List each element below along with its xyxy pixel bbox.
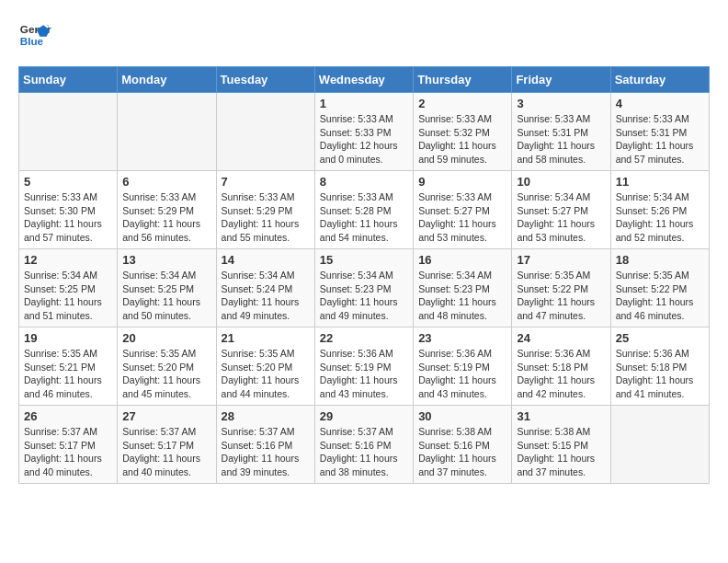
day-info: Sunrise: 5:33 AM Sunset: 5:27 PM Dayligh… [418, 190, 506, 245]
day-info: Sunrise: 5:34 AM Sunset: 5:26 PM Dayligh… [616, 190, 704, 245]
day-number: 25 [616, 331, 704, 345]
day-cell: 26Sunrise: 5:37 AM Sunset: 5:17 PM Dayli… [19, 406, 118, 484]
day-info: Sunrise: 5:33 AM Sunset: 5:29 PM Dayligh… [122, 190, 210, 245]
logo-icon: General Blue [18, 18, 51, 52]
day-info: Sunrise: 5:33 AM Sunset: 5:28 PM Dayligh… [320, 190, 408, 245]
week-row-3: 12Sunrise: 5:34 AM Sunset: 5:25 PM Dayli… [19, 249, 710, 327]
day-number: 9 [418, 175, 506, 189]
day-cell: 1Sunrise: 5:33 AM Sunset: 5:33 PM Daylig… [314, 93, 413, 171]
day-cell: 6Sunrise: 5:33 AM Sunset: 5:29 PM Daylig… [118, 171, 216, 249]
day-info: Sunrise: 5:35 AM Sunset: 5:21 PM Dayligh… [24, 347, 112, 401]
header-cell-friday: Friday [512, 67, 610, 93]
calendar-body: 1Sunrise: 5:33 AM Sunset: 5:33 PM Daylig… [19, 93, 710, 484]
day-cell: 8Sunrise: 5:33 AM Sunset: 5:28 PM Daylig… [314, 171, 413, 249]
day-cell: 29Sunrise: 5:37 AM Sunset: 5:16 PM Dayli… [314, 406, 413, 484]
day-info: Sunrise: 5:37 AM Sunset: 5:16 PM Dayligh… [222, 425, 310, 479]
day-info: Sunrise: 5:37 AM Sunset: 5:17 PM Dayligh… [24, 425, 112, 479]
day-cell [19, 93, 118, 171]
header-row: SundayMondayTuesdayWednesdayThursdayFrid… [19, 67, 710, 93]
day-number: 13 [122, 253, 210, 267]
day-cell: 3Sunrise: 5:33 AM Sunset: 5:31 PM Daylig… [512, 93, 610, 171]
day-number: 29 [320, 409, 408, 423]
day-info: Sunrise: 5:33 AM Sunset: 5:33 PM Dayligh… [320, 112, 408, 167]
day-number: 11 [616, 175, 704, 189]
day-info: Sunrise: 5:38 AM Sunset: 5:16 PM Dayligh… [418, 425, 506, 479]
day-cell: 15Sunrise: 5:34 AM Sunset: 5:23 PM Dayli… [314, 249, 413, 327]
day-cell: 21Sunrise: 5:35 AM Sunset: 5:20 PM Dayli… [216, 327, 314, 406]
day-number: 7 [222, 175, 310, 189]
header-cell-thursday: Thursday [414, 67, 512, 93]
day-cell: 7Sunrise: 5:33 AM Sunset: 5:29 PM Daylig… [216, 171, 314, 249]
week-row-5: 26Sunrise: 5:37 AM Sunset: 5:17 PM Dayli… [19, 406, 710, 484]
day-cell: 19Sunrise: 5:35 AM Sunset: 5:21 PM Dayli… [19, 327, 118, 406]
day-number: 14 [222, 253, 310, 267]
day-cell: 9Sunrise: 5:33 AM Sunset: 5:27 PM Daylig… [414, 171, 512, 249]
day-cell: 20Sunrise: 5:35 AM Sunset: 5:20 PM Dayli… [118, 327, 216, 406]
day-number: 24 [517, 331, 605, 345]
day-number: 23 [418, 331, 506, 345]
day-cell: 2Sunrise: 5:33 AM Sunset: 5:32 PM Daylig… [414, 93, 512, 171]
day-cell [118, 93, 216, 171]
day-number: 16 [418, 253, 506, 267]
day-cell [610, 406, 709, 484]
calendar-header: SundayMondayTuesdayWednesdayThursdayFrid… [19, 67, 710, 93]
day-cell [216, 93, 314, 171]
day-info: Sunrise: 5:34 AM Sunset: 5:23 PM Dayligh… [320, 269, 408, 323]
header-cell-sunday: Sunday [19, 67, 118, 93]
day-cell: 31Sunrise: 5:38 AM Sunset: 5:15 PM Dayli… [512, 406, 610, 484]
day-info: Sunrise: 5:33 AM Sunset: 5:32 PM Dayligh… [418, 112, 506, 167]
day-info: Sunrise: 5:35 AM Sunset: 5:20 PM Dayligh… [122, 347, 210, 401]
header-cell-wednesday: Wednesday [314, 67, 413, 93]
day-info: Sunrise: 5:38 AM Sunset: 5:15 PM Dayligh… [517, 425, 605, 479]
day-info: Sunrise: 5:33 AM Sunset: 5:31 PM Dayligh… [517, 112, 605, 167]
day-cell: 30Sunrise: 5:38 AM Sunset: 5:16 PM Dayli… [414, 406, 512, 484]
day-number: 20 [122, 331, 210, 345]
day-info: Sunrise: 5:35 AM Sunset: 5:22 PM Dayligh… [616, 269, 704, 323]
day-number: 8 [320, 175, 408, 189]
week-row-2: 5Sunrise: 5:33 AM Sunset: 5:30 PM Daylig… [19, 171, 710, 249]
day-info: Sunrise: 5:34 AM Sunset: 5:25 PM Dayligh… [122, 269, 210, 323]
day-number: 6 [122, 175, 210, 189]
day-cell: 25Sunrise: 5:36 AM Sunset: 5:18 PM Dayli… [610, 327, 709, 406]
page-header: General Blue [18, 18, 710, 52]
day-info: Sunrise: 5:34 AM Sunset: 5:27 PM Dayligh… [517, 190, 605, 245]
logo: General Blue [18, 18, 51, 52]
day-cell: 12Sunrise: 5:34 AM Sunset: 5:25 PM Dayli… [19, 249, 118, 327]
day-number: 15 [320, 253, 408, 267]
day-info: Sunrise: 5:34 AM Sunset: 5:24 PM Dayligh… [222, 269, 310, 323]
day-cell: 4Sunrise: 5:33 AM Sunset: 5:31 PM Daylig… [610, 93, 709, 171]
day-number: 17 [517, 253, 605, 267]
day-number: 28 [222, 409, 310, 423]
day-info: Sunrise: 5:36 AM Sunset: 5:18 PM Dayligh… [616, 347, 704, 401]
week-row-1: 1Sunrise: 5:33 AM Sunset: 5:33 PM Daylig… [19, 93, 710, 171]
day-info: Sunrise: 5:37 AM Sunset: 5:17 PM Dayligh… [122, 425, 210, 479]
day-number: 30 [418, 409, 506, 423]
day-info: Sunrise: 5:33 AM Sunset: 5:29 PM Dayligh… [222, 190, 310, 245]
day-cell: 28Sunrise: 5:37 AM Sunset: 5:16 PM Dayli… [216, 406, 314, 484]
day-number: 5 [24, 175, 112, 189]
day-info: Sunrise: 5:37 AM Sunset: 5:16 PM Dayligh… [320, 425, 408, 479]
day-cell: 17Sunrise: 5:35 AM Sunset: 5:22 PM Dayli… [512, 249, 610, 327]
day-info: Sunrise: 5:33 AM Sunset: 5:31 PM Dayligh… [616, 112, 704, 167]
day-cell: 27Sunrise: 5:37 AM Sunset: 5:17 PM Dayli… [118, 406, 216, 484]
day-number: 18 [616, 253, 704, 267]
day-number: 12 [24, 253, 112, 267]
day-number: 26 [24, 409, 112, 423]
day-info: Sunrise: 5:35 AM Sunset: 5:20 PM Dayligh… [222, 347, 310, 401]
day-cell: 11Sunrise: 5:34 AM Sunset: 5:26 PM Dayli… [610, 171, 709, 249]
day-info: Sunrise: 5:34 AM Sunset: 5:25 PM Dayligh… [24, 269, 112, 323]
day-number: 22 [320, 331, 408, 345]
day-number: 4 [616, 97, 704, 110]
day-cell: 22Sunrise: 5:36 AM Sunset: 5:19 PM Dayli… [314, 327, 413, 406]
header-cell-monday: Monday [118, 67, 216, 93]
day-cell: 16Sunrise: 5:34 AM Sunset: 5:23 PM Dayli… [414, 249, 512, 327]
day-cell: 18Sunrise: 5:35 AM Sunset: 5:22 PM Dayli… [610, 249, 709, 327]
day-cell: 23Sunrise: 5:36 AM Sunset: 5:19 PM Dayli… [414, 327, 512, 406]
header-cell-saturday: Saturday [610, 67, 709, 93]
header-cell-tuesday: Tuesday [216, 67, 314, 93]
week-row-4: 19Sunrise: 5:35 AM Sunset: 5:21 PM Dayli… [19, 327, 710, 406]
day-number: 27 [122, 409, 210, 423]
day-info: Sunrise: 5:36 AM Sunset: 5:19 PM Dayligh… [320, 347, 408, 401]
day-info: Sunrise: 5:36 AM Sunset: 5:18 PM Dayligh… [517, 347, 605, 401]
day-cell: 10Sunrise: 5:34 AM Sunset: 5:27 PM Dayli… [512, 171, 610, 249]
